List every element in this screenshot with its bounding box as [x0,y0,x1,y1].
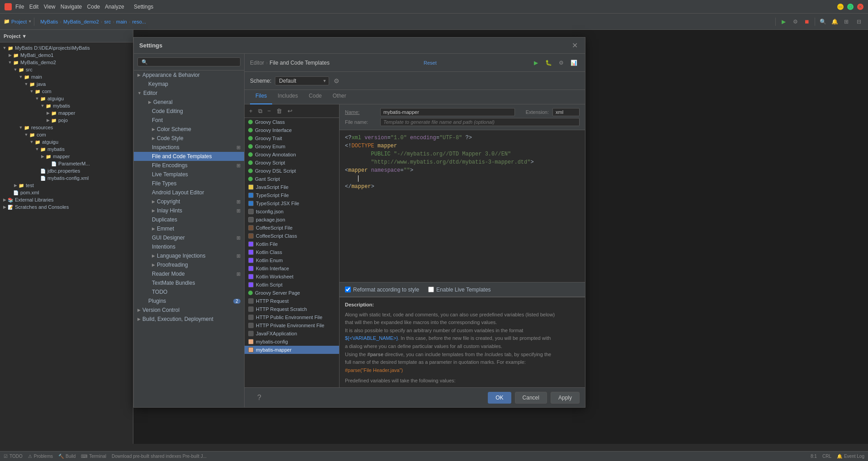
settings-section-vc[interactable]: ▶ Version Control [134,306,244,315]
menu-code[interactable]: Code [87,4,100,10]
settings-leaf-android-layout[interactable]: Android Layout Editor [134,188,244,197]
help-button[interactable]: ? [250,391,269,404]
sidebar-toggle-bottom[interactable]: ⊟ [854,16,864,27]
tree-item-demo1[interactable]: ▶ 📁 MyBati_demo1 [0,52,133,59]
tree-item-res-com[interactable]: ▼ 📁 com [0,131,133,138]
tree-item-test[interactable]: ▶ 📁 test [0,182,133,189]
bc-mybatis[interactable]: MyBatis [40,19,58,24]
tl-item-kotlin-file[interactable]: Kotlin File [245,240,339,248]
notification-button[interactable]: 🔔 [829,16,840,27]
tl-item-http-priv-env[interactable]: HTTP Private Environment File [245,321,339,329]
debug-config-btn[interactable]: 🐛 [543,57,554,68]
status-todo[interactable]: ☑ TODO [4,454,23,459]
settings-leaf-file-encodings[interactable]: File Encodings ⊞ [134,161,244,170]
tab-includes[interactable]: Includes [272,90,303,104]
tree-item-res-mybatis[interactable]: ▼ 📁 mybatis [0,146,133,153]
settings-leaf-general[interactable]: ▶ General [134,98,244,107]
scheme-select[interactable]: Default [275,76,329,85]
status-event-log[interactable]: 🔔 Event Log [837,454,864,459]
tab-code[interactable]: Code [303,90,327,104]
run-button[interactable]: ▶ [778,16,789,27]
tree-item-extlibs[interactable]: ▶ 📚 External Libraries [0,196,133,203]
search-button[interactable]: 🔍 [817,16,828,27]
tl-item-kotlin-class[interactable]: Kotlin Class [245,248,339,256]
settings-search-input[interactable] [137,57,241,66]
menu-navigate[interactable]: Navigate [61,4,82,10]
tl-item-http-scratch[interactable]: HTTP Request Scratch [245,305,339,313]
tree-item-parammapper[interactable]: 📄 ParameterM... [0,160,133,167]
tl-item-groovy-enum[interactable]: Groovy Enum [245,142,339,151]
scheme-gear-button[interactable]: ⚙ [333,76,340,85]
menu-view[interactable]: View [44,4,56,10]
tl-item-groovy-annotation[interactable]: Groovy Annotation [245,151,339,159]
reformat-checkbox-input[interactable] [345,287,351,292]
tl-item-typescript[interactable]: TypeScript File [245,191,339,199]
bc-demo2[interactable]: MyBatis_demo2 [63,19,99,24]
tree-item-main[interactable]: ▼ 📁 main [0,73,133,80]
settings-leaf-gui-designer[interactable]: GUI Designer ⊞ [134,233,244,242]
settings-leaf-reader-mode[interactable]: Reader Mode ⊞ [134,269,244,278]
settings-leaf-file-code-templates[interactable]: File and Code Templates [134,152,244,161]
tree-item-res-mapper[interactable]: ▶ 📁 mapper [0,153,133,160]
tree-item-scratches[interactable]: ▶ 📝 Scratches and Consoles [0,203,133,211]
settings-section-build[interactable]: ▶ Build, Execution, Deployment [134,315,244,324]
code-editor[interactable]: <?xml version="1.0" encoding="UTF-8" ?> … [340,130,585,282]
live-templates-checkbox-input[interactable] [428,287,434,292]
tl-item-javafx[interactable]: JavaFXApplication [245,329,339,338]
menu-edit[interactable]: Edit [29,4,39,10]
tl-item-http-request[interactable]: HTTP Request [245,297,339,305]
tree-item-resources[interactable]: ▼ 📁 resources [0,124,133,131]
status-build[interactable]: 🔨 Build [58,454,75,459]
te-extension-input[interactable] [552,108,580,116]
settings-leaf-color-scheme[interactable]: ▶ Color Scheme [134,125,244,134]
bc-main[interactable]: main [116,19,127,24]
project-selector[interactable]: 📁 Project ▼ [4,19,32,24]
tl-item-groovy-server-page[interactable]: Groovy Server Page [245,289,339,297]
add-template-button[interactable]: + [247,107,255,115]
tl-item-kotlin-script[interactable]: Kotlin Script [245,281,339,289]
tl-item-groovy-script[interactable]: Groovy Script [245,159,339,167]
te-name-input[interactable] [380,108,515,116]
status-terminal[interactable]: ⌨ Terminal [81,454,106,459]
settings-leaf-inlay-hints[interactable]: ▶ Inlay Hints ⊞ [134,206,244,215]
settings-leaf-file-types[interactable]: File Types [134,179,244,188]
tree-item-java[interactable]: ▼ 📁 java [0,80,133,88]
tl-item-kotlin-enum[interactable]: Kotlin Enum [245,256,339,264]
tree-item-mybatis[interactable]: ▼ 📁 MyBatis D:\IDEA\projects\MyBatis [0,44,133,52]
stop-button[interactable]: ⏹ [802,16,812,27]
close-button[interactable]: ✕ [857,4,863,10]
tl-item-groovy-class[interactable]: Groovy Class [245,118,339,126]
settings-leaf-keymap[interactable]: Keymap [134,80,244,89]
settings-section-editor[interactable]: ▼ Editor [134,89,244,98]
te-filename-input[interactable] [380,118,580,126]
bc-src[interactable]: src [104,19,111,24]
dialog-close-button[interactable]: ✕ [570,41,580,50]
bc-reso[interactable]: reso... [132,19,146,24]
tree-item-atguigu[interactable]: ▼ 📁 atguigu [0,95,133,102]
tl-item-gant[interactable]: Gant Script [245,175,339,183]
tree-item-pojo[interactable]: ▶ 📁 pojo [0,117,133,124]
sidebar-toggle-right[interactable]: ⊞ [841,16,852,27]
status-problems[interactable]: ⚠ Problems [28,454,53,459]
apply-button[interactable]: Apply [551,392,580,404]
settings-leaf-inspections[interactable]: Inspections ⊞ [134,143,244,152]
settings-leaf-todo[interactable]: TODO [134,287,244,296]
settings-leaf-intentions[interactable]: Intentions [134,242,244,251]
settings-leaf-emmet[interactable]: ▶ Emmet [134,224,244,233]
live-templates-checkbox[interactable]: Enable Live Templates [428,287,491,293]
tl-item-package-json[interactable]: package.json [245,216,339,224]
tl-item-http-pub-env[interactable]: HTTP Public Environment File [245,313,339,321]
revert-template-button[interactable]: ↩ [286,107,294,115]
tree-item-src[interactable]: ▼ 📁 src [0,66,133,73]
tl-item-groovy-trait[interactable]: Groovy Trait [245,134,339,142]
tab-files[interactable]: Files [250,90,272,104]
settings-section-appearance[interactable]: ▶ Appearance & Behavior [134,71,244,80]
ok-button[interactable]: OK [488,392,511,404]
tl-item-typescript-jsx[interactable]: TypeScript JSX File [245,199,339,207]
cancel-button[interactable]: Cancel [515,392,547,404]
tl-item-coffeescript-class[interactable]: CoffeeScript Class [245,232,339,240]
tl-item-mybatis-mapper[interactable]: mybatis-mapper [245,346,339,354]
config-button[interactable]: ⚙ [790,16,801,27]
tree-item-mybatis-pkg[interactable]: ▼ 📁 mybatis [0,102,133,109]
tl-item-coffeescript[interactable]: CoffeeScript File [245,224,339,232]
